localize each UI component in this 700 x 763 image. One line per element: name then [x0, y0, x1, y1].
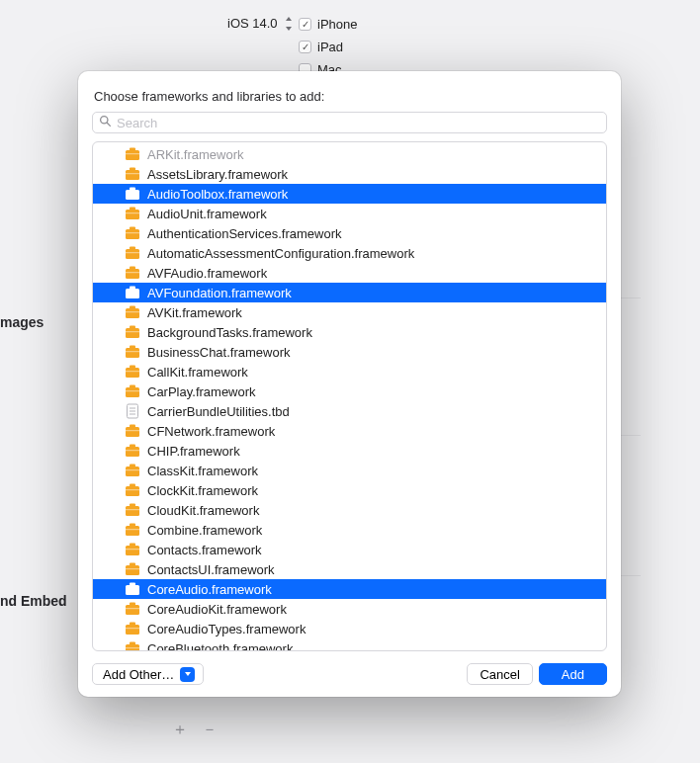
framework-icon: [125, 365, 140, 379]
framework-list-scroll[interactable]: ARKit.framework AssetsLibrary.framework …: [93, 142, 606, 650]
framework-row[interactable]: CoreAudioTypes.framework: [93, 619, 606, 638]
svg-rect-74: [126, 608, 139, 609]
device-checkbox-iphone[interactable]: [299, 18, 311, 31]
sheet-title: Choose frameworks and libraries to add:: [94, 89, 605, 104]
framework-icon: [125, 503, 140, 517]
framework-icon: [125, 286, 140, 299]
framework-label: Contacts.framework: [147, 543, 262, 557]
device-label: iPad: [317, 40, 343, 54]
framework-row[interactable]: AuthenticationServices.framework: [93, 223, 606, 243]
framework-icon: [125, 641, 140, 650]
framework-icon: [125, 345, 140, 359]
framework-label: AudioUnit.framework: [147, 207, 267, 221]
framework-icon: [125, 246, 140, 260]
search-field-wrap: [92, 112, 607, 133]
framework-icon: [125, 167, 140, 181]
framework-label: CoreBluetooth.framework: [147, 641, 293, 651]
framework-row[interactable]: CoreAudio.framework: [93, 579, 606, 599]
framework-row[interactable]: CoreBluetooth.framework: [93, 638, 606, 650]
add-other-label: Add Other…: [103, 667, 174, 682]
framework-row[interactable]: BackgroundTasks.framework: [93, 322, 606, 342]
deployment-target-stepper[interactable]: [284, 17, 294, 31]
framework-icon: [125, 305, 140, 319]
framework-row[interactable]: AudioUnit.framework: [93, 204, 606, 223]
framework-row[interactable]: Combine.framework: [93, 520, 606, 540]
device-label: iPhone: [317, 17, 357, 32]
svg-rect-9: [126, 190, 139, 200]
svg-rect-70: [126, 585, 139, 595]
svg-rect-15: [126, 229, 139, 239]
svg-rect-19: [126, 252, 139, 253]
cancel-button[interactable]: Cancel: [467, 663, 532, 685]
framework-row[interactable]: AutomaticAssessmentConfiguration.framewo…: [93, 243, 606, 263]
framework-label: ClassKit.framework: [147, 464, 258, 478]
framework-row[interactable]: CoreAudioKit.framework: [93, 599, 606, 619]
framework-row[interactable]: CallKit.framework: [93, 362, 606, 382]
svg-rect-61: [126, 526, 139, 536]
framework-row[interactable]: BusinessChat.framework: [93, 342, 606, 362]
framework-icon: [125, 424, 140, 438]
svg-rect-7: [126, 173, 139, 174]
framework-row[interactable]: AVFAudio.framework: [93, 263, 606, 283]
framework-label: AVFAudio.framework: [147, 266, 267, 281]
svg-rect-3: [126, 150, 139, 160]
framework-icon: [125, 266, 140, 280]
framework-label: CHIP.framework: [147, 444, 240, 459]
svg-rect-36: [126, 368, 139, 378]
section-label-images: mages: [0, 314, 44, 330]
framework-row[interactable]: AVKit.framework: [93, 302, 606, 322]
framework-row[interactable]: ARKit.framework: [93, 144, 606, 164]
framework-icon: [125, 523, 140, 537]
framework-row[interactable]: CloudKit.framework: [93, 500, 606, 520]
add-other-button[interactable]: Add Other…: [92, 663, 204, 685]
svg-rect-46: [126, 427, 139, 437]
framework-label: AudioToolbox.framework: [147, 187, 288, 202]
framework-row[interactable]: AudioToolbox.framework: [93, 184, 606, 204]
add-button[interactable]: Add: [539, 663, 607, 685]
svg-rect-76: [126, 625, 139, 635]
framework-label: AVKit.framework: [147, 305, 242, 320]
device-checkbox-ipad[interactable]: [299, 41, 311, 53]
framework-row[interactable]: ClockKit.framework: [93, 480, 606, 500]
svg-rect-10: [126, 193, 139, 194]
framework-label: CarrierBundleUtilities.tbd: [147, 404, 290, 419]
framework-label: CallKit.framework: [147, 365, 248, 380]
svg-rect-77: [126, 628, 139, 629]
framework-row[interactable]: AVFoundation.framework: [93, 283, 606, 302]
deployment-target-value[interactable]: iOS 14.0: [227, 16, 278, 31]
remove-icon[interactable]: －: [202, 720, 218, 740]
framework-icon: [125, 226, 140, 240]
search-input[interactable]: [92, 112, 607, 133]
framework-row[interactable]: CarPlay.framework: [93, 382, 606, 401]
svg-rect-52: [126, 466, 139, 476]
framework-label: CarPlay.framework: [147, 384, 256, 399]
framework-icon: [125, 187, 140, 201]
framework-label: ARKit.framework: [147, 147, 244, 162]
svg-rect-13: [126, 212, 139, 213]
add-icon[interactable]: ＋: [172, 720, 188, 740]
svg-rect-50: [126, 450, 139, 451]
svg-rect-24: [126, 289, 139, 298]
framework-label: CoreAudioTypes.framework: [147, 622, 306, 636]
svg-rect-28: [126, 311, 139, 312]
framework-row[interactable]: CFNetwork.framework: [93, 421, 606, 441]
framework-row[interactable]: Contacts.framework: [93, 540, 606, 559]
framework-icon: [125, 602, 140, 616]
framework-row[interactable]: CarrierBundleUtilities.tbd: [93, 401, 606, 421]
framework-row[interactable]: ClassKit.framework: [93, 461, 606, 480]
svg-rect-49: [126, 447, 139, 457]
svg-rect-27: [126, 308, 139, 318]
framework-icon: [125, 622, 140, 636]
framework-icon: [125, 483, 140, 497]
svg-rect-79: [126, 644, 139, 650]
section-label-embed: nd Embed: [0, 593, 67, 609]
framework-label: CFNetwork.framework: [147, 424, 275, 439]
svg-rect-67: [126, 565, 139, 575]
svg-rect-34: [126, 351, 139, 352]
framework-row[interactable]: AssetsLibrary.framework: [93, 164, 606, 184]
svg-rect-68: [126, 568, 139, 569]
svg-rect-64: [126, 546, 139, 555]
framework-row[interactable]: CHIP.framework: [93, 441, 606, 461]
framework-row[interactable]: ContactsUI.framework: [93, 559, 606, 579]
framework-label: AutomaticAssessmentConfiguration.framewo…: [147, 246, 414, 261]
